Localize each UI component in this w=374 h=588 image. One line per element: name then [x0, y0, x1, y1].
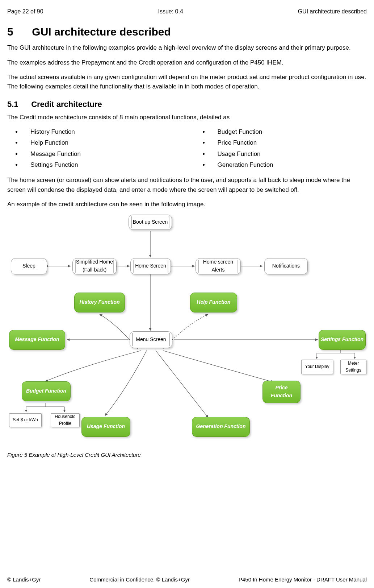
section-title: GUI architecture described: [32, 26, 171, 38]
node-generation-function: Generation Function: [192, 417, 250, 437]
subsection-para: The Credit mode architecture consists of…: [7, 113, 367, 122]
node-notifications: Notifications: [264, 258, 308, 274]
page-header: Page 22 of 90 Issue: 0.4 GUI architectur…: [7, 7, 367, 16]
issue-number: Issue: 0.4: [158, 7, 183, 16]
node-home-alerts: Home screen Alerts: [196, 258, 241, 274]
list-item: Generation Function: [209, 160, 367, 170]
subsection-heading: 5.1 Credit architecture: [7, 98, 367, 111]
node-price-function: Price Function: [262, 381, 301, 403]
list-item: Budget Function: [209, 127, 367, 137]
subsection-title: Credit architecture: [31, 100, 102, 109]
footer-mid: Commercial in Confidence. © Landis+Gyr: [89, 575, 190, 584]
list-item: History Function: [22, 127, 180, 137]
node-message-function: Message Function: [9, 330, 65, 350]
function-list-left: History Function Help Function Message F…: [7, 127, 180, 171]
section-num: 5: [7, 24, 29, 41]
node-budget-function: Budget Function: [22, 381, 71, 401]
architecture-diagram: Boot up Screen Sleep Simplified Home (Fa…: [7, 215, 367, 448]
node-your-display: Your Display: [301, 360, 333, 374]
list-item: Message Function: [22, 149, 180, 159]
node-settings-function: Settings Function: [319, 330, 366, 350]
subsection-num: 5.1: [7, 98, 29, 111]
carousel-para: The home screen (or carousel) can show a…: [7, 175, 367, 195]
page-number: Page 22 of 90: [7, 7, 43, 16]
intro-para-3: The actual screens available in any give…: [7, 73, 367, 92]
function-list: History Function Help Function Message F…: [7, 127, 367, 171]
footer-left: © Landis+Gyr: [7, 575, 41, 584]
intro-para-1: The GUI architecture in the following ex…: [7, 43, 367, 53]
page-footer: © Landis+Gyr Commercial in Confidence. ©…: [7, 575, 367, 584]
figure-caption: Figure 5 Example of High-Level Credit GU…: [7, 451, 367, 459]
list-item: Price Function: [209, 138, 367, 148]
list-item: Usage Function: [209, 149, 367, 159]
node-help-function: Help Function: [190, 293, 237, 312]
node-home-screen: Home Screen: [130, 258, 171, 274]
intro-para-2: The examples address the Prepayment and …: [7, 58, 367, 67]
header-title: GUI architecture described: [298, 7, 367, 16]
list-item: Help Function: [22, 138, 180, 148]
node-set-kwh: Set $ or kWh: [9, 413, 42, 427]
node-sleep: Sleep: [11, 258, 47, 274]
node-simplified-home: Simplified Home (Fall-back): [72, 258, 117, 274]
node-boot-up: Boot up Screen: [129, 215, 172, 230]
node-household-profile: Household Profile: [51, 413, 80, 427]
footer-right: P450 In Home Energy Monitor - DRAFT User…: [239, 575, 367, 584]
node-menu-screen: Menu Screen: [130, 331, 172, 348]
node-history-function: History Function: [74, 293, 125, 312]
section-heading: 5 GUI architecture described: [7, 24, 367, 41]
function-list-right: Budget Function Price Function Usage Fun…: [194, 127, 367, 171]
node-usage-function: Usage Function: [81, 417, 130, 437]
node-meter-settings: Meter Settings: [340, 360, 366, 374]
list-item: Settings Function: [22, 160, 180, 170]
example-para: An example of the credit architecture ca…: [7, 200, 367, 209]
